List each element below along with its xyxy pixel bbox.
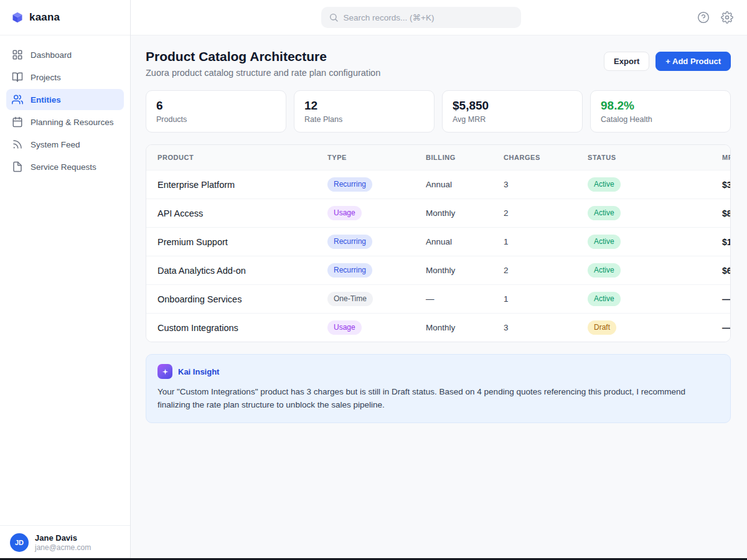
col-billing: BILLING bbox=[426, 154, 504, 161]
main-content: Product Catalog Architecture Zuora produ… bbox=[131, 35, 747, 560]
charges-value: 1 bbox=[504, 237, 588, 246]
add-product-button[interactable]: + Add Product bbox=[655, 52, 731, 71]
product-name: API Access bbox=[157, 208, 327, 218]
sidebar-item-label: Service Requests bbox=[31, 162, 96, 172]
col-status: STATUS bbox=[588, 154, 722, 161]
stat-value: $5,850 bbox=[453, 99, 572, 113]
users-icon bbox=[12, 94, 23, 105]
charges-value: 2 bbox=[504, 266, 588, 275]
billing-value: Annual bbox=[426, 237, 504, 246]
avatar: JD bbox=[10, 533, 29, 552]
status-badge: Active bbox=[588, 292, 621, 306]
sidebar: kaana Dashboard Projects Entities Planni… bbox=[0, 0, 131, 560]
product-name: Enterprise Platform bbox=[157, 180, 327, 190]
sidebar-item-label: System Feed bbox=[31, 140, 80, 149]
page-subtitle: Zuora product catalog structure and rate… bbox=[146, 68, 380, 78]
charges-value: 3 bbox=[504, 180, 588, 189]
insight-body: Your "Custom Integrations" product has 3… bbox=[157, 386, 719, 412]
type-badge: Usage bbox=[327, 206, 362, 220]
type-badge: Recurring bbox=[327, 177, 372, 191]
brand-logo: kaana bbox=[0, 0, 130, 35]
billing-value: Monthly bbox=[426, 323, 504, 332]
col-product: PRODUCT bbox=[157, 154, 327, 161]
mrr-value: $1,200 bbox=[722, 237, 731, 247]
page-title: Product Catalog Architecture bbox=[146, 49, 380, 64]
insight-title: Kai Insight bbox=[178, 367, 219, 376]
status-badge: Active bbox=[588, 206, 621, 220]
type-badge: Usage bbox=[327, 320, 362, 334]
stat-card-catalog-health: 98.2% Catalog Health bbox=[590, 90, 731, 133]
stat-label: Products bbox=[156, 115, 276, 124]
sidebar-item-entities[interactable]: Entities bbox=[6, 89, 124, 110]
type-badge: Recurring bbox=[327, 235, 372, 248]
stat-card-rate-plans: 12 Rate Plans bbox=[294, 90, 435, 133]
product-name: Custom Integrations bbox=[157, 323, 327, 333]
sparkle-icon bbox=[157, 364, 172, 379]
user-email: jane@acme.com bbox=[35, 543, 91, 553]
sidebar-item-label: Entities bbox=[31, 95, 61, 105]
mrr-value: $600 bbox=[722, 266, 731, 276]
settings-icon[interactable] bbox=[721, 11, 733, 24]
sidebar-nav: Dashboard Projects Entities Planning & R… bbox=[0, 35, 130, 186]
search-box[interactable] bbox=[321, 7, 521, 28]
user-profile[interactable]: JD Jane Davis jane@acme.com bbox=[0, 525, 130, 560]
product-name: Onboarding Services bbox=[157, 294, 327, 304]
stat-value: 6 bbox=[156, 99, 276, 113]
table-row[interactable]: Custom Integrations Usage Monthly 3 Draf… bbox=[146, 313, 730, 342]
stat-card-products: 6 Products bbox=[146, 90, 286, 133]
sidebar-item-projects[interactable]: Projects bbox=[6, 67, 124, 88]
col-mrr: MRR bbox=[722, 154, 731, 161]
stat-card-avg-mrr: $5,850 Avg MRR bbox=[442, 90, 583, 133]
stat-value: 12 bbox=[304, 99, 424, 113]
billing-value: Monthly bbox=[426, 266, 504, 275]
table-row[interactable]: Premium Support Recurring Annual 1 Activ… bbox=[146, 227, 730, 256]
sidebar-item-label: Planning & Resources bbox=[31, 118, 114, 127]
status-badge: Active bbox=[588, 177, 621, 191]
table-row[interactable]: API Access Usage Monthly 2 Active $850 bbox=[146, 198, 730, 227]
stat-label: Catalog Health bbox=[601, 115, 720, 124]
product-name: Data Analytics Add-on bbox=[157, 266, 327, 276]
type-badge: One-Time bbox=[327, 292, 373, 306]
kai-insight-panel: Kai Insight Your "Custom Integrations" p… bbox=[146, 354, 731, 423]
status-badge: Draft bbox=[588, 320, 616, 334]
stats-row: 6 Products 12 Rate Plans $5,850 Avg MRR … bbox=[146, 90, 731, 133]
table-header: PRODUCT TYPE BILLING CHARGES STATUS MRR bbox=[146, 145, 730, 170]
brand-name: kaana bbox=[29, 11, 60, 24]
rss-icon bbox=[12, 139, 23, 150]
mrr-value: $850 bbox=[722, 208, 731, 218]
sidebar-item-system-feed[interactable]: System Feed bbox=[6, 134, 124, 155]
product-table: PRODUCT TYPE BILLING CHARGES STATUS MRR … bbox=[146, 144, 731, 342]
sidebar-item-service-requests[interactable]: Service Requests bbox=[6, 156, 124, 177]
table-row[interactable]: Data Analytics Add-on Recurring Monthly … bbox=[146, 256, 730, 284]
mrr-value: — bbox=[722, 323, 731, 333]
topbar bbox=[131, 0, 747, 35]
stat-label: Rate Plans bbox=[304, 115, 424, 124]
sidebar-item-label: Projects bbox=[31, 73, 61, 82]
book-icon bbox=[12, 72, 23, 83]
export-button[interactable]: Export bbox=[604, 52, 649, 71]
status-badge: Active bbox=[588, 235, 621, 248]
table-row[interactable]: Enterprise Platform Recurring Annual 3 A… bbox=[146, 170, 730, 198]
file-icon bbox=[12, 161, 23, 172]
sidebar-item-label: Dashboard bbox=[31, 50, 72, 60]
billing-value: Annual bbox=[426, 180, 504, 189]
mrr-value: $3,200 bbox=[722, 180, 731, 190]
billing-value: — bbox=[426, 294, 504, 304]
col-charges: CHARGES bbox=[504, 154, 588, 161]
cube-icon bbox=[11, 11, 24, 24]
type-badge: Recurring bbox=[327, 263, 372, 277]
help-icon[interactable] bbox=[697, 11, 710, 24]
product-name: Premium Support bbox=[157, 237, 327, 247]
billing-value: Monthly bbox=[426, 208, 504, 218]
status-badge: Active bbox=[588, 263, 621, 277]
calendar-icon bbox=[12, 116, 23, 128]
charges-value: 1 bbox=[504, 294, 588, 304]
sidebar-item-dashboard[interactable]: Dashboard bbox=[6, 44, 124, 65]
stat-label: Avg MRR bbox=[453, 115, 572, 124]
table-row[interactable]: Onboarding Services One-Time — 1 Active … bbox=[146, 284, 730, 313]
mrr-value: — bbox=[722, 294, 731, 304]
search-input[interactable] bbox=[344, 13, 514, 22]
sidebar-item-planning-resources[interactable]: Planning & Resources bbox=[6, 111, 124, 133]
stat-value: 98.2% bbox=[601, 99, 720, 113]
user-name: Jane Davis bbox=[35, 533, 91, 543]
